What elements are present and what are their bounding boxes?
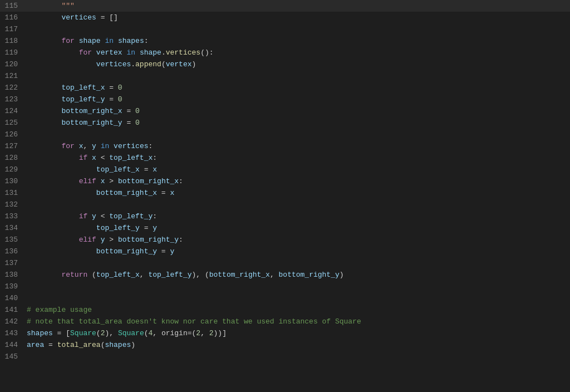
- token: top_left_y: [148, 271, 191, 279]
- line-content: [27, 70, 570, 82]
- token: [27, 212, 79, 220]
- token: ))]: [214, 329, 227, 337]
- line-content: vertices.append(vertex): [27, 58, 570, 70]
- token: if: [79, 212, 88, 220]
- token: =: [44, 341, 57, 349]
- token: :: [149, 142, 153, 150]
- line-number: 137: [0, 257, 27, 269]
- code-line: 129 top_left_x = x: [0, 164, 570, 175]
- token: .: [131, 60, 135, 68]
- token: [27, 236, 79, 244]
- line-content: vertices = []: [27, 12, 570, 23]
- token: :: [179, 177, 183, 185]
- line-number: 138: [0, 269, 27, 281]
- token: Square: [118, 329, 144, 337]
- code-line: 141# example usage: [0, 304, 570, 316]
- token: in: [105, 37, 114, 45]
- token: (: [96, 329, 101, 337]
- token: >: [105, 236, 117, 244]
- line-number: 141: [0, 304, 27, 316]
- line-content: elif x > bottom_right_x:: [27, 175, 570, 187]
- token: for: [79, 48, 92, 57]
- token: :: [179, 236, 183, 244]
- token: [27, 154, 79, 162]
- code-line: 119 for vertex in shape.vertices():: [0, 47, 570, 58]
- token: [27, 271, 61, 279]
- line-content: [27, 292, 570, 304]
- code-line: 124 bottom_right_x = 0: [0, 105, 570, 117]
- token: top_left_y: [61, 95, 105, 104]
- line-number: 129: [0, 164, 27, 175]
- line-number: 136: [0, 246, 27, 257]
- token: ), (: [191, 271, 209, 279]
- line-content: shapes = [Square(2), Square(4, origin=(2…: [27, 327, 570, 339]
- line-number: 120: [0, 58, 27, 70]
- line-content: for shape in shapes:: [27, 35, 570, 47]
- token: 0: [135, 107, 140, 115]
- line-number: 131: [0, 187, 27, 199]
- token: bottom_right_y: [96, 247, 157, 256]
- token: ): [131, 341, 135, 349]
- token: =: [105, 95, 117, 104]
- token: y: [170, 247, 174, 256]
- code-line: 132: [0, 199, 570, 210]
- line-content: [27, 199, 570, 210]
- token: [27, 119, 61, 127]
- code-line: 144area = total_area(shapes): [0, 339, 570, 351]
- token: 0: [118, 84, 122, 92]
- line-content: top_left_y = 0: [27, 94, 570, 105]
- token: [96, 177, 101, 185]
- token: =: [105, 84, 117, 92]
- token: [27, 142, 61, 150]
- code-line: 143shapes = [Square(2), Square(4, origin…: [0, 327, 570, 339]
- token: =: [157, 247, 170, 256]
- line-number: 132: [0, 199, 27, 210]
- line-number: 144: [0, 339, 27, 351]
- line-content: bottom_right_y = y: [27, 246, 570, 257]
- code-line: 140: [0, 292, 570, 304]
- code-line: 127 for x, y in vertices:: [0, 140, 570, 152]
- token: vertex: [166, 60, 192, 68]
- token: 0: [118, 95, 122, 104]
- line-number: 117: [0, 23, 27, 35]
- token: [27, 189, 96, 197]
- token: [27, 48, 79, 57]
- token: 0: [135, 119, 140, 127]
- token: for: [61, 37, 74, 45]
- token: bottom_right_x: [61, 107, 122, 115]
- line-content: for vertex in shape.vertices():: [27, 47, 570, 58]
- line-content: # example usage: [27, 304, 570, 316]
- token: [27, 107, 61, 115]
- token: if: [79, 154, 88, 162]
- line-number: 125: [0, 117, 27, 129]
- token: ): [340, 271, 344, 279]
- code-line: 115 """: [0, 0, 570, 12]
- token: :: [153, 154, 157, 162]
- line-content: [27, 23, 570, 35]
- token: :: [153, 212, 157, 220]
- token: =: [122, 119, 135, 127]
- code-line: 130 elif x > bottom_right_x:: [0, 175, 570, 187]
- token: top_left_x: [109, 154, 153, 162]
- code-line: 136 bottom_right_y = y: [0, 246, 570, 257]
- code-line: 135 elif y > bottom_right_y:: [0, 234, 570, 246]
- code-line: 145: [0, 351, 570, 362]
- line-number: 140: [0, 292, 27, 304]
- token: shapes: [27, 329, 53, 337]
- line-content: bottom_right_y = 0: [27, 117, 570, 129]
- token: [109, 142, 114, 150]
- token: bottom_right_x: [118, 177, 179, 185]
- line-number: 127: [0, 140, 27, 152]
- token: <: [96, 154, 109, 162]
- token: x: [153, 165, 157, 174]
- line-number: 122: [0, 82, 27, 94]
- line-content: # note that total_area doesn't know nor …: [27, 316, 570, 327]
- token: [27, 84, 61, 92]
- line-content: top_left_x = x: [27, 164, 570, 175]
- token: = []: [96, 13, 118, 22]
- code-line: 131 bottom_right_x = x: [0, 187, 570, 199]
- code-line: 139: [0, 281, 570, 292]
- code-line: 126: [0, 129, 570, 140]
- line-number: 115: [0, 0, 27, 12]
- token: [87, 212, 92, 220]
